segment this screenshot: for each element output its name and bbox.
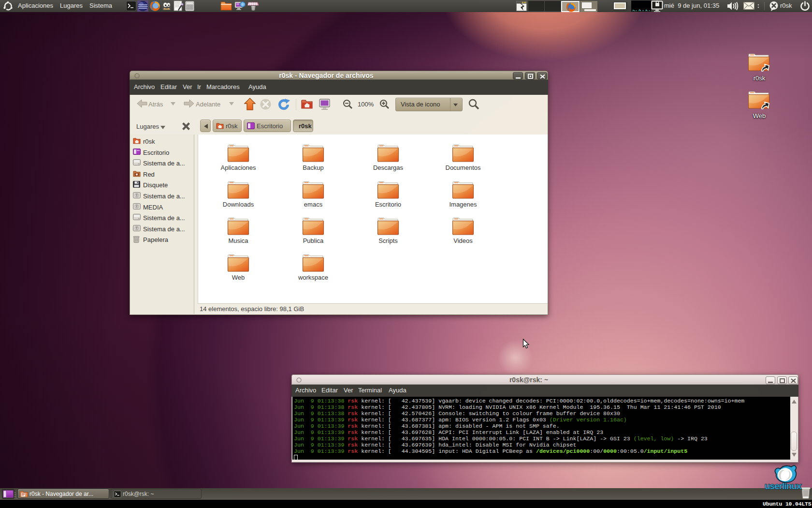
svg-text:userlinux: userlinux <box>765 481 802 491</box>
